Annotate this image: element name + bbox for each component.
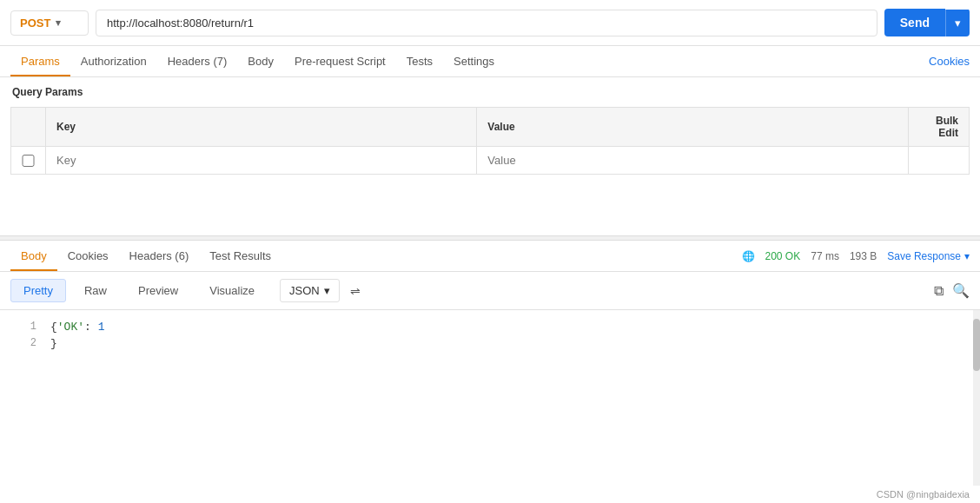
resp-tab-headers[interactable]: Headers (6) — [119, 241, 200, 271]
tab-headers[interactable]: Headers (7) — [157, 46, 238, 76]
col-bulk-edit: Bulk Edit — [908, 108, 969, 147]
key-input[interactable] — [56, 154, 466, 167]
format-label: JSON — [289, 284, 320, 297]
tab-authorization[interactable]: Authorization — [70, 46, 157, 76]
tab-settings[interactable]: Settings — [443, 46, 505, 76]
row-checkbox-cell — [11, 147, 46, 175]
resp-tab-cookies[interactable]: Cookies — [57, 241, 119, 271]
method-label: POST — [20, 17, 50, 30]
search-icon[interactable]: 🔍 — [952, 282, 970, 299]
response-tabs: Body Cookies Headers (6) Test Results 🌐 … — [0, 241, 980, 272]
scrollbar-thumb[interactable] — [973, 319, 980, 371]
row-checkbox[interactable] — [22, 155, 35, 167]
actions-cell — [908, 147, 969, 175]
col-checkbox — [11, 108, 46, 147]
tab-body[interactable]: Body — [237, 46, 284, 76]
scrollbar-track[interactable] — [973, 310, 980, 486]
send-button-group: Send ▾ — [884, 9, 970, 36]
method-selector[interactable]: POST ▾ — [10, 10, 89, 36]
code-line-2: 2 } — [0, 335, 980, 352]
col-key: Key — [46, 108, 477, 147]
save-response-button[interactable]: Save Response ▾ — [887, 250, 970, 262]
table-row — [11, 147, 970, 175]
value-cell — [477, 147, 908, 175]
line-number-2: 2 — [10, 337, 36, 349]
tab-pre-request-script[interactable]: Pre-request Script — [284, 46, 396, 76]
response-meta: 🌐 200 OK 77 ms 193 B Save Response ▾ — [742, 250, 970, 262]
app-container: POST ▾ Send ▾ Params Authorization Heade… — [0, 0, 980, 503]
request-tabs: Params Authorization Headers (7) Body Pr… — [0, 46, 980, 77]
resp-tab-test-results[interactable]: Test Results — [199, 241, 281, 271]
key-cell — [46, 147, 477, 175]
params-area: Key Value Bulk Edit — [0, 107, 980, 183]
view-tab-preview[interactable]: Preview — [125, 279, 191, 302]
format-chevron-icon: ▾ — [324, 284, 330, 297]
code-content-1: {'OK': 1 — [50, 321, 970, 334]
response-size: 193 B — [850, 250, 877, 262]
url-bar: POST ▾ Send ▾ — [0, 0, 980, 46]
status-badge: 200 OK — [765, 250, 801, 262]
resp-tab-body[interactable]: Body — [10, 241, 57, 271]
query-params-label: Query Params — [0, 77, 980, 107]
format-selector[interactable]: JSON ▾ — [280, 279, 340, 302]
save-response-label: Save Response — [887, 250, 961, 262]
response-time: 77 ms — [811, 250, 839, 262]
wrap-icon[interactable]: ⇌ — [350, 284, 361, 298]
url-input[interactable] — [96, 10, 877, 36]
code-area: 1 {'OK': 1 2 } — [0, 310, 980, 486]
body-actions: ⧉ 🔍 — [934, 282, 970, 299]
save-response-chevron-icon: ▾ — [964, 250, 970, 262]
value-input[interactable] — [487, 154, 897, 167]
view-tab-visualize[interactable]: Visualize — [196, 279, 268, 302]
tab-params[interactable]: Params — [10, 46, 70, 76]
copy-icon[interactable]: ⧉ — [934, 283, 944, 299]
globe-icon: 🌐 — [742, 250, 755, 262]
tab-tests[interactable]: Tests — [396, 46, 443, 76]
view-tab-pretty[interactable]: Pretty — [10, 279, 66, 302]
footer: CSDN @ningbaidexia — [0, 486, 980, 503]
col-value: Value — [477, 108, 908, 147]
footer-text: CSDN @ningbaidexia — [877, 489, 970, 500]
method-chevron-icon: ▾ — [56, 17, 61, 29]
body-view-tabs: Pretty Raw Preview Visualize JSON ▾ ⇌ ⧉ … — [0, 272, 980, 310]
line-number-1: 1 — [10, 321, 36, 333]
cookies-link[interactable]: Cookies — [929, 55, 970, 68]
send-button[interactable]: Send — [884, 9, 945, 36]
query-params-section: Query Params Key Value Bulk Edit — [0, 77, 980, 235]
code-line-1: 1 {'OK': 1 — [0, 319, 980, 335]
params-table: Key Value Bulk Edit — [10, 107, 970, 175]
send-dropdown-button[interactable]: ▾ — [945, 10, 970, 36]
view-tab-raw[interactable]: Raw — [71, 279, 120, 302]
code-content-2: } — [50, 337, 970, 350]
